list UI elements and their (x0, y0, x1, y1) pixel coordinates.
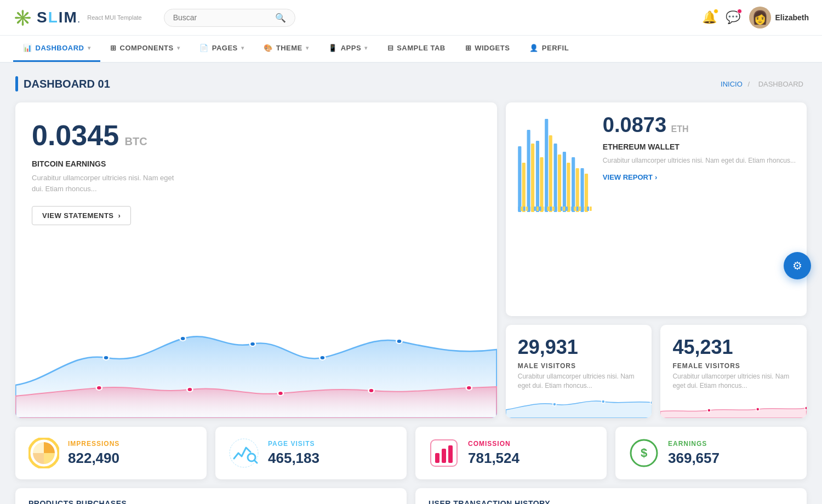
svg-line-63 (254, 460, 257, 463)
svg-rect-52 (587, 207, 589, 211)
page-title: DASHBOARD 01 (24, 78, 110, 90)
svg-rect-11 (522, 163, 525, 212)
svg-rect-36 (544, 207, 546, 211)
svg-point-58 (756, 408, 760, 411)
page-visits-label: PAGE VISITS (268, 440, 319, 448)
svg-rect-43 (563, 207, 565, 211)
svg-rect-28 (523, 207, 526, 211)
svg-rect-45 (568, 207, 570, 211)
search-bar[interactable]: 🔍 (164, 9, 295, 27)
breadcrumb: INICIO / DASHBOARD (721, 80, 807, 88)
cards-row-1: 0.0345 BTC BITCOIN EARNINGS Curabitur ul… (15, 102, 807, 418)
eth-title: ETHEREUM WALLET (603, 142, 796, 151)
chevron-down-icon: ▾ (177, 45, 180, 51)
svg-point-56 (650, 401, 652, 404)
ethereum-info: 0.0873 ETH ETHEREUM WALLET Curabitur ull… (603, 113, 796, 182)
products-table-card: PRODUCTS PURCHASES ITEM DETAILS SOLD GAI… (15, 488, 407, 504)
stats-row: IMPRESSIONS 822,490 PAGE VISITS 465,183 (15, 427, 807, 479)
navbar: 📊 DASHBOARD ▾ ⊞ COMPONENTS ▾ 📄 PAGES ▾ 🎨… (0, 36, 822, 63)
svg-rect-20 (563, 152, 566, 212)
nav-item-apps[interactable]: 📱 APPS ▾ (318, 36, 377, 62)
logo[interactable]: ✳️ SLIM. React MUI Template (13, 9, 142, 27)
nav-item-perfil[interactable]: 👤 PERFIL (520, 36, 579, 62)
earnings-value: 369,657 (668, 450, 720, 467)
earnings-card: $ EARNINGS 369,657 (615, 427, 807, 479)
header-right: 🔔 💬 👩 Elizabeth (702, 7, 809, 28)
svg-rect-19 (558, 154, 561, 212)
svg-point-1 (180, 336, 186, 341)
nav-label-perfil: PERFIL (542, 44, 569, 52)
svg-point-57 (707, 409, 711, 412)
bell-icon[interactable]: 🔔 (702, 10, 717, 25)
svg-rect-29 (526, 207, 528, 211)
nav-label-pages: PAGES (212, 44, 238, 52)
eth-unit: ETH (671, 124, 689, 134)
svg-rect-24 (580, 168, 584, 212)
svg-rect-49 (579, 207, 581, 211)
user-menu[interactable]: 👩 Elizabeth (749, 7, 809, 28)
nav-item-pages[interactable]: 📄 PAGES ▾ (190, 36, 254, 62)
arrow-right-icon: › (118, 211, 121, 220)
breadcrumb-home[interactable]: INICIO (721, 80, 743, 88)
impressions-value: 822,490 (68, 450, 119, 467)
btc-label: BITCOIN EARNINGS (32, 159, 481, 168)
breadcrumb-separator: / (747, 80, 751, 88)
avatar: 👩 (749, 7, 771, 28)
female-visitors-chart (660, 391, 807, 418)
svg-rect-15 (540, 157, 543, 212)
svg-point-4 (396, 339, 402, 343)
male-visitors-label: MALE VISITORS (518, 362, 640, 370)
nav-item-widgets[interactable]: ⊞ WIDGETS (455, 36, 520, 62)
male-visitors-description: Curabitur ullamcorper ultricies nisi. Na… (518, 372, 640, 391)
svg-rect-34 (539, 207, 541, 211)
svg-point-7 (278, 391, 283, 396)
nav-item-components[interactable]: ⊞ COMPONENTS ▾ (100, 36, 190, 62)
nav-item-dashboard[interactable]: 📊 DASHBOARD ▾ (13, 36, 100, 62)
svg-rect-65 (435, 453, 439, 463)
ethereum-bar-chart (517, 113, 594, 212)
floating-gear-button[interactable]: ⚙ (784, 252, 811, 279)
svg-rect-41 (558, 207, 560, 211)
svg-rect-47 (574, 207, 576, 211)
logo-icon: ✳️ (13, 9, 32, 27)
nav-item-theme[interactable]: 🎨 THEME ▾ (254, 36, 318, 62)
ethereum-card: 0.0873 ETH ETHEREUM WALLET Curabitur ull… (506, 102, 807, 316)
svg-rect-50 (581, 207, 584, 211)
nav-label-sample-tab: SAMPLE TAB (397, 44, 446, 52)
svg-rect-39 (552, 207, 555, 211)
view-report-button[interactable]: VIEW REPORT › (603, 173, 657, 181)
svg-point-3 (319, 356, 325, 360)
message-icon[interactable]: 💬 (726, 10, 740, 25)
search-input[interactable] (173, 13, 271, 22)
svg-rect-44 (566, 207, 568, 211)
svg-rect-35 (542, 207, 544, 211)
chevron-down-icon: ▾ (88, 45, 91, 51)
view-statements-button[interactable]: VIEW STATEMENTS › (32, 206, 131, 225)
visitors-row: 29,931 MALE VISITORS Curabitur ullamcorp… (506, 325, 807, 418)
svg-rect-33 (536, 207, 539, 211)
svg-rect-51 (584, 207, 586, 211)
view-statements-label: VIEW STATEMENTS (42, 211, 114, 220)
svg-rect-42 (561, 207, 563, 211)
impressions-info: IMPRESSIONS 822,490 (68, 440, 119, 467)
impressions-label: IMPRESSIONS (68, 440, 119, 448)
btc-amount: 0.0345 (32, 119, 119, 151)
nav-label-dashboard: DASHBOARD (36, 44, 84, 52)
svg-rect-23 (575, 168, 579, 212)
transactions-table-title: USER TRANSACTION HISTORY (429, 499, 794, 504)
apps-icon: 📱 (328, 44, 338, 52)
grid-icon: ⊞ (110, 44, 117, 52)
svg-rect-27 (521, 207, 523, 211)
commission-info: COMISSION 781,524 (468, 440, 520, 467)
female-visitors-card: 45,231 FEMALE VISITORS Curabitur ullamco… (660, 325, 807, 418)
commission-label: COMISSION (468, 440, 520, 448)
title-bar (15, 76, 18, 91)
pages-icon: 📄 (199, 44, 209, 52)
page-header: DASHBOARD 01 INICIO / DASHBOARD (15, 76, 807, 91)
svg-rect-66 (442, 449, 446, 463)
gear-icon: ⚙ (792, 259, 802, 272)
nav-item-sample-tab[interactable]: ⊟ SAMPLE TAB (378, 36, 455, 62)
logo-subtitle: React MUI Template (87, 14, 141, 21)
bitcoin-chart (15, 308, 497, 418)
chevron-down-icon: ▾ (364, 45, 368, 51)
